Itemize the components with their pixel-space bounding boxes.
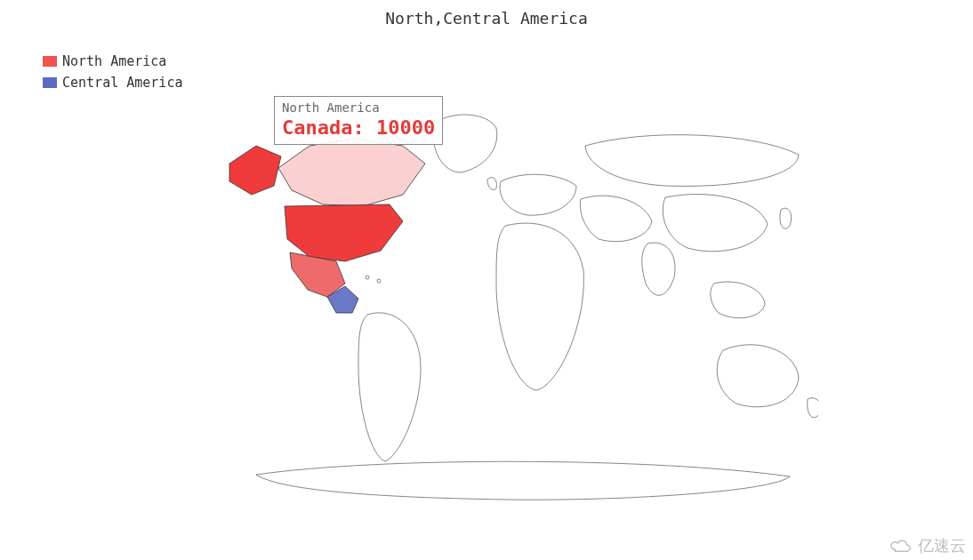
- cloud-icon: [888, 538, 913, 554]
- tooltip: North America Canada: 10000: [274, 96, 443, 145]
- watermark-text: 亿速云: [918, 535, 966, 556]
- chart-title: North,Central America: [0, 9, 973, 28]
- legend: North America Central America: [43, 52, 182, 94]
- legend-label: North America: [62, 52, 166, 71]
- legend-swatch-icon: [43, 77, 57, 88]
- svg-point-0: [366, 276, 369, 279]
- region-alaska[interactable]: [229, 146, 281, 195]
- tooltip-series: North America: [282, 100, 435, 115]
- legend-label: Central America: [62, 73, 182, 92]
- legend-swatch-icon: [43, 56, 57, 67]
- watermark: 亿速云: [888, 535, 966, 556]
- legend-item-central-america[interactable]: Central America: [43, 73, 182, 92]
- region-usa[interactable]: [285, 204, 403, 261]
- svg-point-1: [377, 279, 381, 283]
- legend-item-north-america[interactable]: North America: [43, 52, 182, 71]
- region-canada[interactable]: [278, 139, 425, 206]
- tooltip-value: Canada: 10000: [282, 116, 435, 139]
